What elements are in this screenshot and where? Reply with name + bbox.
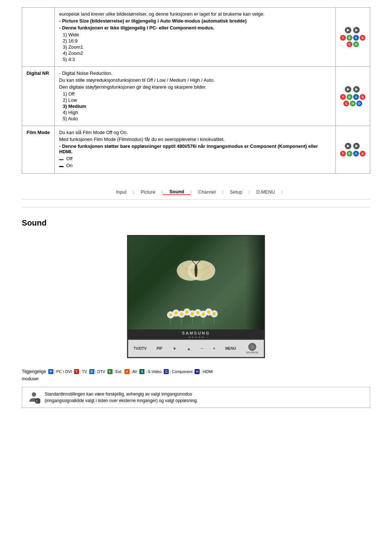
row-description: - Digital Noise Reduction. Du kan stille…	[55, 67, 336, 126]
svg-point-27	[191, 312, 194, 315]
tv-screen	[127, 235, 265, 329]
tv-btn-menu[interactable]: MENU	[225, 347, 236, 351]
tv-brand-bar: SAMSUNG	[127, 329, 265, 340]
tv-dot	[202, 336, 204, 338]
avail-badge-s: S : S-Video	[139, 369, 162, 374]
tv-wrapper: SAMSUNG TV/DTV PIP ▼ ▲ − + MENU	[127, 235, 265, 358]
note-text: Standardinnstillingen kan være forskjell…	[45, 391, 198, 404]
badge-cell: T E A S	[336, 126, 370, 174]
badge-e: E	[107, 369, 113, 374]
badge-t: T	[74, 369, 79, 374]
teas-s: S	[360, 94, 366, 100]
svg-point-26	[185, 311, 188, 313]
svg-point-24	[175, 312, 177, 315]
dash-icon	[59, 159, 64, 160]
svg-point-8	[199, 260, 200, 261]
tv-btn-minus[interactable]: −	[201, 347, 203, 351]
play-icon	[345, 143, 351, 149]
teas-a: A	[353, 35, 359, 41]
dash-icon	[59, 166, 64, 167]
avail-badge-a: A : AV	[124, 369, 137, 374]
table-row: Digital NR - Digital Noise Reduction. Du…	[22, 67, 370, 126]
badge-cell: T E A S C H	[336, 8, 370, 67]
svg-point-29	[202, 313, 205, 316]
badge-a: A	[124, 369, 130, 374]
svg-text:!: !	[36, 400, 37, 403]
divider	[22, 207, 370, 207]
tv-container: SAMSUNG TV/DTV PIP ▼ ▲ − + MENU	[22, 235, 370, 358]
svg-point-7	[192, 260, 193, 261]
tv-dot	[199, 336, 200, 338]
avail-badge-h: H : HDMI	[195, 369, 213, 374]
teas-s: S	[360, 151, 366, 157]
teas-a: A	[353, 151, 359, 157]
nav-item-sound[interactable]: Sound	[163, 189, 191, 195]
sound-section: Sound	[22, 218, 370, 408]
play-icon	[353, 143, 360, 149]
row-description: europeisk land krever ulike bildestørrel…	[55, 8, 336, 67]
svg-point-3	[191, 263, 212, 278]
tv-btn-down[interactable]: ▼	[172, 346, 177, 351]
teas-e: E	[347, 35, 352, 41]
nav-item-channel[interactable]: Channel	[192, 189, 222, 195]
teas-c: C	[347, 41, 352, 47]
row-label: Film Mode	[22, 126, 55, 174]
note-box: ! Standardinnstillingen kan være forskje…	[22, 387, 370, 408]
tv-btn-source[interactable]: SOURCE	[246, 343, 258, 354]
teas-badge: T E A S C H	[340, 35, 366, 47]
table-row: Film Mode Du kan slå Film Mode Off og On…	[22, 126, 370, 174]
avail-badge-t: T : TV	[74, 369, 87, 374]
tv-btn-up[interactable]: ▲	[187, 346, 191, 351]
teas-a: A	[353, 94, 359, 100]
teas-e: E	[347, 94, 352, 100]
nav-bar: Input | Picture | Sound | Channel | Setu…	[22, 185, 370, 200]
tv-controls-bar: TV/DTV PIP ▼ ▲ − + MENU SOURCE	[127, 340, 265, 358]
play-icon	[353, 86, 360, 93]
nav-item-setup[interactable]: Setup	[223, 189, 249, 195]
option-list: 1) Off 2) Low 3) Medium 4) High 5) Auto	[59, 91, 331, 121]
svg-point-25	[180, 313, 183, 316]
svg-point-30	[207, 311, 210, 313]
teas-badge: T E A S	[340, 151, 366, 157]
availability-section: Tilgjengelige P : PC / DVI T : TV D : DT…	[22, 369, 370, 381]
avail-badge-p: P : PC / DVI	[48, 369, 72, 374]
teas-h: H	[353, 41, 359, 47]
svg-point-33	[252, 346, 253, 348]
tv-dot	[189, 336, 191, 338]
tv-brand-text: SAMSUNG	[128, 331, 264, 335]
tv-btn-pip[interactable]: PIP	[156, 347, 162, 351]
nav-item-input[interactable]: Input	[110, 189, 133, 195]
source-label: SOURCE	[246, 351, 258, 354]
badge-p: P	[48, 369, 53, 374]
nav-item-picture[interactable]: Picture	[134, 189, 162, 195]
teas-e: E	[347, 151, 352, 157]
avail-badge-c: C : Component	[164, 369, 192, 374]
tv-btn-tvdtv[interactable]: TV/DTV	[134, 347, 147, 351]
icon-group: T E A S C H D	[340, 86, 366, 106]
badge-s: S	[139, 369, 144, 374]
nav-item-dmenu[interactable]: D.MENU	[250, 189, 281, 195]
play-icon	[345, 86, 351, 93]
badge-d: D	[89, 369, 94, 374]
tv-dot	[192, 336, 194, 338]
icon-group: T E A S	[340, 143, 366, 157]
avail-badge-e: E : Ext.	[107, 369, 122, 374]
badge-c: C	[164, 369, 169, 374]
svg-point-23	[169, 313, 172, 316]
teas-t: T	[340, 151, 346, 157]
tv-btn-plus[interactable]: +	[213, 347, 215, 351]
note-line1: Standardinnstillingen kan være forskjell…	[45, 392, 192, 397]
row-label: Digital NR	[22, 67, 55, 126]
row-label	[22, 8, 55, 67]
svg-point-28	[196, 311, 199, 314]
table-row: europeisk land krever ulike bildestørrel…	[22, 8, 370, 67]
teas-badge: T E A S C H D	[340, 94, 366, 106]
tv-dot	[195, 336, 197, 338]
teas-s: S	[360, 35, 366, 41]
sound-title: Sound	[22, 218, 370, 228]
teas-t: T	[340, 94, 346, 100]
flowers-icon	[156, 304, 236, 324]
availability-label: Tilgjengelige	[22, 369, 46, 374]
teas-c: C	[343, 101, 349, 106]
note-line2: (inngangssignalkilde valgt i listen over…	[45, 398, 198, 403]
